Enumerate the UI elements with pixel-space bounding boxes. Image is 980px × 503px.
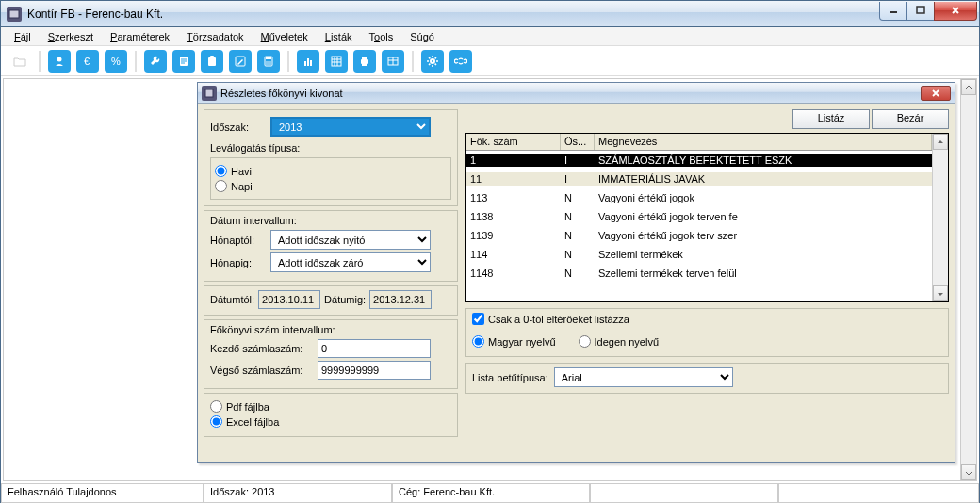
font-select[interactable]: Arial: [554, 367, 733, 387]
minimize-button[interactable]: [879, 2, 907, 21]
account-interval-label: Főkönyvi szám intervallum:: [210, 324, 451, 335]
menu-tools[interactable]: Tools: [362, 29, 401, 44]
svg-point-15: [268, 63, 270, 65]
svg-point-12: [268, 61, 270, 63]
date-interval-label: Dátum intervallum:: [210, 215, 451, 226]
table-row[interactable]: 1138NVagyoni értékű jogok terven fe: [466, 207, 932, 226]
close-button[interactable]: [934, 2, 977, 21]
filter-daily-radio[interactable]: [215, 180, 227, 192]
filter-monthly-radio[interactable]: [215, 165, 227, 177]
account-to-input[interactable]: [318, 361, 431, 380]
tool-euro-icon[interactable]: €: [76, 50, 99, 73]
grid-scroll-down-icon[interactable]: [933, 285, 948, 301]
scroll-up-icon[interactable]: [961, 79, 976, 95]
tool-table-icon[interactable]: [382, 50, 404, 73]
svg-rect-18: [307, 58, 309, 66]
table-row[interactable]: 1148NSzellemi termékek terven felül: [466, 264, 932, 283]
nonzero-label: Csak a 0-tól eltérőeket listázza: [488, 314, 629, 325]
account-to-label: Végső számlaszám:: [210, 365, 314, 376]
menu-master[interactable]: Törzsadatok: [179, 29, 252, 44]
scroll-down-icon[interactable]: [961, 464, 976, 480]
account-from-input[interactable]: [318, 339, 431, 358]
grid-scrollbar[interactable]: [932, 134, 948, 301]
period-label: Időszak:: [210, 122, 267, 133]
menu-lists[interactable]: Listák: [318, 29, 360, 44]
status-user: Felhasználó Tulajdonos: [1, 484, 204, 503]
tool-clipboard-icon[interactable]: [201, 50, 223, 73]
tool-gear-icon[interactable]: [421, 50, 444, 73]
date-from-label: Dátumtól:: [210, 294, 254, 305]
list-button[interactable]: Listáz: [792, 109, 870, 129]
svg-point-25: [431, 59, 434, 63]
tool-print-icon[interactable]: [353, 50, 376, 73]
font-label: Lista betűtípusa:: [472, 372, 548, 383]
tool-calculator-icon[interactable]: [257, 50, 280, 73]
output-pdf-radio[interactable]: [210, 400, 222, 413]
table-row[interactable]: 11IIMMATERIÁLIS JAVAK: [466, 170, 932, 188]
tool-user-icon[interactable]: [48, 50, 71, 73]
month-from-select[interactable]: Adott időszak nyitó: [270, 230, 431, 250]
lang-foreign-radio[interactable]: [579, 335, 591, 348]
svg-text:€: €: [84, 56, 90, 67]
grid-header-num[interactable]: Fők. szám: [466, 134, 561, 150]
nonzero-group: Csak a 0-tól eltérőeket listázza Magyar …: [466, 308, 949, 357]
period-group: Időszak: 2013 Leválogatás típusa: Havi N…: [204, 109, 458, 206]
output-pdf-label: Pdf fájlba: [226, 401, 270, 413]
tool-document-icon[interactable]: [172, 50, 195, 73]
tool-wrench-icon[interactable]: [144, 50, 167, 73]
table-row[interactable]: 113NVagyoni értékű jogok: [466, 188, 932, 207]
tool-grid-icon[interactable]: [325, 50, 348, 73]
date-to-label: Dátumig:: [324, 294, 366, 305]
table-row[interactable]: 1139NVagyoni értékű jogok terv szer: [466, 226, 932, 245]
tool-chart-icon[interactable]: [297, 50, 319, 73]
svg-point-2: [57, 57, 62, 61]
main-scrollbar[interactable]: [960, 79, 976, 480]
maximize-button[interactable]: [906, 2, 935, 21]
lang-hu-label: Magyar nyelvű: [488, 336, 556, 348]
svg-point-14: [266, 63, 268, 65]
close-dialog-button[interactable]: Bezár: [872, 109, 949, 129]
report-dialog: Részletes főkönyvi kivonat Időszak: 2013…: [197, 82, 956, 463]
period-select[interactable]: 2013: [270, 117, 431, 137]
menu-params[interactable]: Paraméterek: [103, 29, 177, 44]
month-from-label: Hónaptól:: [210, 235, 267, 246]
svg-rect-22: [362, 57, 368, 59]
dialog-title: Részletes főkönyvi kivonat: [220, 88, 921, 99]
tool-percent-icon[interactable]: %: [105, 50, 127, 73]
output-group: Pdf fájlba Excel fájlba: [204, 393, 458, 437]
tool-folder-icon[interactable]: [8, 50, 31, 73]
menu-help[interactable]: Súgó: [402, 29, 442, 44]
status-empty1: [590, 484, 778, 503]
menu-ops[interactable]: Műveletek: [253, 29, 316, 44]
window-title: Kontír FB - Ferenc-bau Kft.: [27, 8, 880, 21]
tool-link-icon[interactable]: [449, 50, 472, 73]
table-row[interactable]: 114NSzellemi termékek: [466, 245, 932, 264]
month-to-select[interactable]: Adott időszak záró: [270, 252, 431, 272]
menu-edit[interactable]: Szerkeszt: [41, 29, 101, 44]
nonzero-checkbox[interactable]: [472, 313, 484, 325]
grid-header-name[interactable]: Megnevezés: [595, 134, 932, 150]
svg-rect-17: [304, 61, 306, 66]
main-window: Kontír FB - Ferenc-bau Kft. Fájl Szerkes…: [0, 0, 980, 503]
toolbar: € %: [1, 46, 979, 76]
table-row[interactable]: 1ISZÁMLAOSZTÁLY BEFEKTETETT ESZK: [466, 151, 932, 170]
month-to-label: Hónapig:: [210, 257, 267, 268]
date-range-group: Dátumtól: Dátumig:: [204, 285, 458, 316]
svg-point-16: [270, 63, 271, 65]
output-excel-radio[interactable]: [210, 415, 222, 428]
window-buttons: [880, 2, 977, 21]
svg-rect-26: [205, 89, 213, 97]
menu-file[interactable]: Fájl: [7, 29, 39, 44]
grid-header-sum[interactable]: Ös...: [561, 134, 595, 150]
dialog-close-button[interactable]: [921, 86, 951, 101]
accounts-grid[interactable]: Fők. szám Ös... Megnevezés 1ISZÁMLAOSZTÁ…: [466, 133, 949, 302]
grid-scroll-up-icon[interactable]: [933, 134, 948, 150]
svg-text:%: %: [111, 56, 121, 67]
dialog-titlebar: Részletes főkönyvi kivonat: [198, 83, 955, 104]
status-period: Időszak: 2013: [204, 484, 392, 503]
svg-rect-7: [210, 56, 214, 58]
svg-rect-19: [310, 60, 312, 66]
lang-hu-radio[interactable]: [472, 335, 484, 348]
svg-rect-1: [917, 7, 924, 13]
tool-edit-icon[interactable]: [229, 50, 252, 73]
